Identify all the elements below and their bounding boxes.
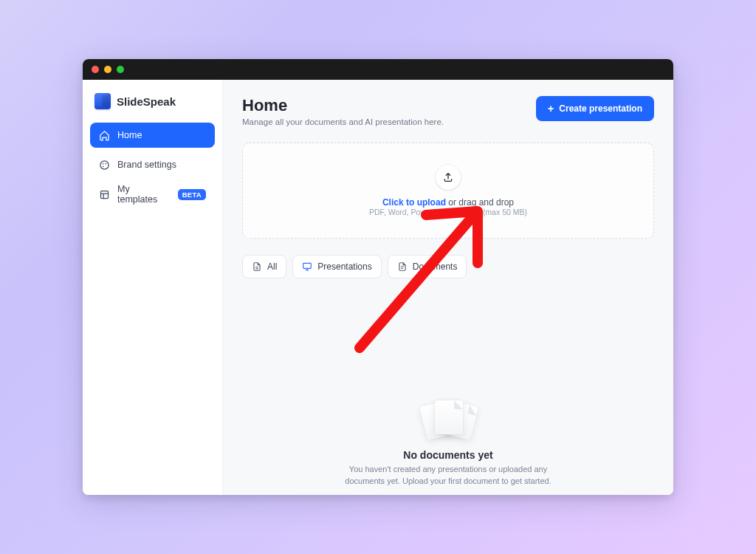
tab-presentations[interactable]: Presentations bbox=[292, 255, 381, 278]
sidebar-item-brand-settings[interactable]: Brand settings bbox=[90, 152, 215, 177]
brand-name: SlideSpeak bbox=[117, 95, 176, 108]
empty-title: No documents yet bbox=[403, 449, 492, 461]
beta-badge: BETA bbox=[178, 189, 206, 200]
empty-illustration-icon bbox=[419, 397, 478, 439]
sidebar-item-label: Brand settings bbox=[117, 160, 206, 170]
page-title: Home bbox=[242, 96, 444, 115]
svg-rect-9 bbox=[303, 263, 312, 268]
empty-state: No documents yet You haven't created any… bbox=[223, 397, 673, 488]
dropzone-rest: or drag and drop bbox=[446, 197, 514, 208]
tab-label: Presentations bbox=[317, 261, 371, 272]
tab-label: Documents bbox=[413, 261, 458, 272]
document-icon bbox=[252, 261, 262, 272]
svg-rect-4 bbox=[101, 191, 109, 198]
window-maximize-icon[interactable] bbox=[117, 66, 124, 73]
tab-label: All bbox=[267, 261, 277, 272]
home-icon bbox=[99, 130, 110, 141]
sidebar-item-label: My templates bbox=[117, 184, 171, 205]
app-window: SlideSpeak Home Brand settings bbox=[83, 59, 673, 495]
upload-icon bbox=[436, 165, 461, 190]
window-minimize-icon[interactable] bbox=[104, 66, 111, 73]
svg-point-0 bbox=[100, 160, 109, 168]
sidebar-item-my-templates[interactable]: My templates BETA bbox=[90, 182, 215, 207]
click-to-upload-link[interactable]: Click to upload bbox=[382, 197, 446, 208]
svg-point-2 bbox=[106, 163, 107, 164]
dropzone-hint: PDF, Word, PowerPoint or Excel (max 50 M… bbox=[369, 208, 527, 216]
svg-point-1 bbox=[103, 163, 104, 164]
empty-description: You haven't created any presentations or… bbox=[337, 464, 559, 488]
brand-logo-icon bbox=[94, 93, 111, 109]
filter-tabs: All Presentations Documents bbox=[242, 255, 654, 278]
sidebar-item-home[interactable]: Home bbox=[90, 123, 215, 148]
create-button-label: Create presentation bbox=[559, 103, 642, 114]
plus-icon: + bbox=[548, 103, 554, 114]
template-icon bbox=[99, 189, 110, 200]
window-titlebar bbox=[83, 59, 673, 80]
sidebar-item-label: Home bbox=[117, 130, 206, 140]
create-presentation-button[interactable]: + Create presentation bbox=[536, 96, 654, 121]
presentation-icon bbox=[302, 261, 312, 272]
svg-point-3 bbox=[103, 165, 104, 167]
main-content: Home Manage all your documents and AI pr… bbox=[223, 80, 673, 495]
sidebar-nav: Home Brand settings My templates BETA bbox=[90, 123, 215, 207]
sidebar: SlideSpeak Home Brand settings bbox=[83, 80, 223, 495]
document-icon bbox=[397, 261, 408, 272]
tab-all[interactable]: All bbox=[242, 255, 286, 278]
upload-dropzone[interactable]: Click to upload or drag and drop PDF, Wo… bbox=[242, 143, 654, 239]
page-subtitle: Manage all your documents and AI present… bbox=[242, 117, 444, 126]
page-header: Home Manage all your documents and AI pr… bbox=[242, 96, 654, 126]
dropzone-text: Click to upload or drag and drop PDF, Wo… bbox=[369, 197, 527, 216]
tab-documents[interactable]: Documents bbox=[388, 255, 467, 278]
palette-icon bbox=[99, 160, 110, 171]
app-body: SlideSpeak Home Brand settings bbox=[83, 80, 673, 495]
brand[interactable]: SlideSpeak bbox=[90, 90, 215, 123]
window-close-icon[interactable] bbox=[92, 66, 99, 73]
